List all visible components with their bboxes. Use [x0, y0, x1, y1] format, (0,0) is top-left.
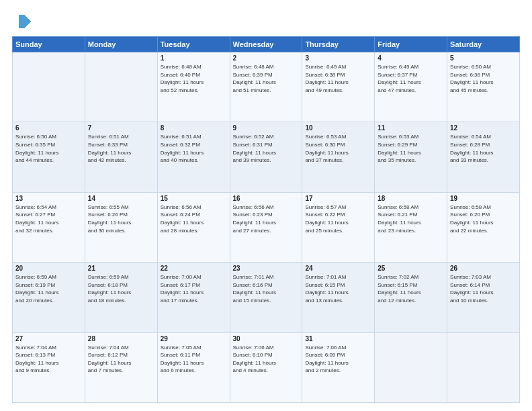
day-number: 28 [88, 335, 154, 342]
day-number: 7 [88, 124, 154, 132]
day-info: Sunrise: 6:52 AM Sunset: 6:31 PM Dayligh… [233, 133, 300, 164]
day-number: 29 [161, 335, 227, 342]
calendar-cell: 24Sunrise: 7:01 AM Sunset: 6:15 PM Dayli… [302, 263, 375, 332]
calendar-body: 1Sunrise: 6:48 AM Sunset: 6:40 PM Daylig… [13, 52, 520, 403]
day-number: 9 [233, 124, 300, 132]
calendar-cell: 1Sunrise: 6:48 AM Sunset: 6:40 PM Daylig… [157, 52, 230, 122]
day-number: 25 [378, 265, 444, 272]
calendar-cell: 26Sunrise: 7:03 AM Sunset: 6:14 PM Dayli… [447, 263, 520, 332]
day-info: Sunrise: 7:04 AM Sunset: 6:13 PM Dayligh… [15, 344, 82, 375]
day-info: Sunrise: 6:56 AM Sunset: 6:23 PM Dayligh… [233, 203, 300, 234]
day-info: Sunrise: 6:59 AM Sunset: 6:19 PM Dayligh… [15, 273, 82, 304]
calendar-cell: 21Sunrise: 6:59 AM Sunset: 6:18 PM Dayli… [85, 263, 157, 332]
day-number: 4 [378, 54, 444, 62]
day-info: Sunrise: 7:06 AM Sunset: 6:09 PM Dayligh… [305, 344, 371, 375]
day-info: Sunrise: 7:02 AM Sunset: 6:15 PM Dayligh… [378, 273, 444, 304]
calendar-cell: 18Sunrise: 6:58 AM Sunset: 6:21 PM Dayli… [375, 192, 447, 262]
day-number: 21 [88, 265, 154, 272]
page: SundayMondayTuesdayWednesdayThursdayFrid… [0, 0, 532, 411]
day-info: Sunrise: 7:03 AM Sunset: 6:14 PM Dayligh… [450, 273, 517, 304]
calendar-cell: 15Sunrise: 6:56 AM Sunset: 6:24 PM Dayli… [157, 192, 230, 262]
day-info: Sunrise: 6:50 AM Sunset: 6:35 PM Dayligh… [15, 133, 82, 164]
calendar-cell: 31Sunrise: 7:06 AM Sunset: 6:09 PM Dayli… [302, 332, 375, 402]
day-info: Sunrise: 6:58 AM Sunset: 6:21 PM Dayligh… [378, 203, 444, 234]
calendar-cell [447, 332, 520, 402]
day-number: 17 [305, 195, 371, 202]
calendar-cell [85, 52, 157, 122]
day-info: Sunrise: 6:50 AM Sunset: 6:36 PM Dayligh… [450, 63, 517, 94]
day-number: 6 [15, 124, 82, 132]
calendar-cell: 28Sunrise: 7:04 AM Sunset: 6:12 PM Dayli… [85, 332, 157, 402]
day-number: 18 [378, 195, 444, 202]
calendar-cell: 10Sunrise: 6:53 AM Sunset: 6:30 PM Dayli… [302, 122, 375, 192]
day-number: 13 [15, 195, 82, 202]
day-number: 12 [450, 124, 517, 132]
week-row-1: 6Sunrise: 6:50 AM Sunset: 6:35 PM Daylig… [13, 122, 520, 192]
day-info: Sunrise: 6:48 AM Sunset: 6:40 PM Dayligh… [161, 63, 227, 94]
day-info: Sunrise: 6:53 AM Sunset: 6:30 PM Dayligh… [305, 133, 371, 164]
logo-icon [12, 12, 31, 31]
week-row-3: 20Sunrise: 6:59 AM Sunset: 6:19 PM Dayli… [13, 263, 520, 332]
day-number: 15 [161, 195, 227, 202]
calendar-cell: 19Sunrise: 6:58 AM Sunset: 6:20 PM Dayli… [447, 192, 520, 262]
calendar-cell: 7Sunrise: 6:51 AM Sunset: 6:33 PM Daylig… [85, 122, 157, 192]
calendar-cell: 22Sunrise: 7:00 AM Sunset: 6:17 PM Dayli… [157, 263, 230, 332]
day-number: 1 [161, 54, 227, 62]
day-number: 24 [305, 265, 371, 272]
week-row-0: 1Sunrise: 6:48 AM Sunset: 6:40 PM Daylig… [13, 52, 520, 122]
header-tuesday: Tuesday [157, 37, 230, 52]
calendar-cell: 5Sunrise: 6:50 AM Sunset: 6:36 PM Daylig… [447, 52, 520, 122]
day-number: 10 [305, 124, 371, 132]
day-info: Sunrise: 6:51 AM Sunset: 6:33 PM Dayligh… [88, 133, 154, 164]
calendar-cell: 12Sunrise: 6:54 AM Sunset: 6:28 PM Dayli… [447, 122, 520, 192]
calendar-cell: 2Sunrise: 6:48 AM Sunset: 6:39 PM Daylig… [230, 52, 302, 122]
day-info: Sunrise: 7:00 AM Sunset: 6:17 PM Dayligh… [161, 273, 227, 304]
calendar-cell: 17Sunrise: 6:57 AM Sunset: 6:22 PM Dayli… [302, 192, 375, 262]
week-row-2: 13Sunrise: 6:54 AM Sunset: 6:27 PM Dayli… [13, 192, 520, 262]
svg-marker-1 [19, 15, 31, 28]
day-info: Sunrise: 6:48 AM Sunset: 6:39 PM Dayligh… [233, 63, 300, 94]
day-info: Sunrise: 6:57 AM Sunset: 6:22 PM Dayligh… [305, 203, 371, 234]
day-info: Sunrise: 6:56 AM Sunset: 6:24 PM Dayligh… [161, 203, 227, 234]
day-number: 27 [15, 335, 82, 342]
header-wednesday: Wednesday [230, 37, 302, 52]
calendar-cell: 8Sunrise: 6:51 AM Sunset: 6:32 PM Daylig… [157, 122, 230, 192]
day-info: Sunrise: 7:01 AM Sunset: 6:15 PM Dayligh… [305, 273, 371, 304]
day-info: Sunrise: 6:49 AM Sunset: 6:37 PM Dayligh… [378, 63, 444, 94]
day-number: 22 [161, 265, 227, 272]
calendar-cell: 9Sunrise: 6:52 AM Sunset: 6:31 PM Daylig… [230, 122, 302, 192]
calendar-cell: 16Sunrise: 6:56 AM Sunset: 6:23 PM Dayli… [230, 192, 302, 262]
day-number: 20 [15, 265, 82, 272]
header-sunday: Sunday [13, 37, 85, 52]
day-number: 19 [450, 195, 517, 202]
day-number: 11 [378, 124, 444, 132]
day-info: Sunrise: 7:01 AM Sunset: 6:16 PM Dayligh… [233, 273, 300, 304]
day-number: 30 [233, 335, 300, 342]
calendar-cell: 6Sunrise: 6:50 AM Sunset: 6:35 PM Daylig… [13, 122, 85, 192]
day-number: 16 [233, 195, 300, 202]
calendar-cell: 13Sunrise: 6:54 AM Sunset: 6:27 PM Dayli… [13, 192, 85, 262]
calendar-cell: 14Sunrise: 6:55 AM Sunset: 6:26 PM Dayli… [85, 192, 157, 262]
calendar-cell [13, 52, 85, 122]
day-info: Sunrise: 7:04 AM Sunset: 6:12 PM Dayligh… [88, 344, 154, 375]
day-info: Sunrise: 6:54 AM Sunset: 6:28 PM Dayligh… [450, 133, 517, 164]
day-info: Sunrise: 6:59 AM Sunset: 6:18 PM Dayligh… [88, 273, 154, 304]
calendar-cell: 25Sunrise: 7:02 AM Sunset: 6:15 PM Dayli… [375, 263, 447, 332]
calendar-cell: 11Sunrise: 6:53 AM Sunset: 6:29 PM Dayli… [375, 122, 447, 192]
calendar-table: SundayMondayTuesdayWednesdayThursdayFrid… [12, 36, 520, 403]
day-info: Sunrise: 6:58 AM Sunset: 6:20 PM Dayligh… [450, 203, 517, 234]
day-info: Sunrise: 6:49 AM Sunset: 6:38 PM Dayligh… [305, 63, 371, 94]
day-number: 2 [233, 54, 300, 62]
logo [12, 12, 34, 31]
calendar-cell: 23Sunrise: 7:01 AM Sunset: 6:16 PM Dayli… [230, 263, 302, 332]
day-number: 26 [450, 265, 517, 272]
header-monday: Monday [85, 37, 157, 52]
day-number: 14 [88, 195, 154, 202]
header-thursday: Thursday [302, 37, 375, 52]
day-info: Sunrise: 7:05 AM Sunset: 6:11 PM Dayligh… [161, 344, 227, 375]
calendar-cell: 4Sunrise: 6:49 AM Sunset: 6:37 PM Daylig… [375, 52, 447, 122]
calendar-header: SundayMondayTuesdayWednesdayThursdayFrid… [13, 37, 520, 52]
day-number: 31 [305, 335, 371, 342]
day-info: Sunrise: 6:54 AM Sunset: 6:27 PM Dayligh… [15, 203, 82, 234]
calendar-cell: 27Sunrise: 7:04 AM Sunset: 6:13 PM Dayli… [13, 332, 85, 402]
